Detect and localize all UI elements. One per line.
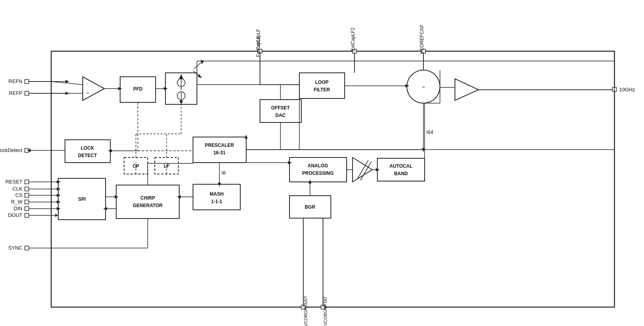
extcaplf-text: ExtCapLF [256,29,261,50]
mash-label1: MASH [210,191,223,197]
refn-label: REFN [9,78,22,84]
svg-rect-47 [25,246,29,250]
svg-rect-11 [260,100,301,122]
prescaler-to-mash-label: \8 [221,170,226,176]
svg-rect-10 [299,73,345,98]
cs-label: CS [15,192,22,198]
analog-proc-label2: PROCESSING [302,170,334,176]
vco-label: ~ [422,85,425,90]
refp-label: REFP [9,90,22,96]
reset-label: RESET [6,179,22,185]
offset-dac-label2: DAC [275,113,286,118]
lock-detect-label1: LOCK [81,145,94,151]
prescaler-label1: PRESCALER [205,143,234,148]
pfd-label: PFD [133,86,143,92]
prescaler-label2: 16-31 [213,150,226,156]
rw-label: R_W [11,199,23,205]
svg-rect-14 [65,140,110,163]
vcobgrptat-text: VCOBGRPTAT [323,296,328,326]
extcaplf2-text: ExtCapLF2 [350,28,356,51]
svg-rect-44 [25,213,29,217]
sync-label: SYNC [8,245,22,251]
freq-out-label: 10GHz [619,87,635,93]
loop-filter-label1: LOOP [315,80,328,85]
bgr-label: BGR [305,204,316,210]
lockdetect-label: LockDetect [0,147,22,153]
svg-marker-22 [353,157,372,182]
din-label: DIN [14,206,22,211]
vcobgrcnst-text: VCOBGRCNST [303,296,308,326]
svg-marker-136 [65,80,69,83]
analog-proc-label1: ANALOG [308,163,328,169]
vcorefcap-text: VCOREFCAP [419,25,425,54]
amp-minus-label: - [87,81,88,86]
chirp-gen-label2: GENERATOR [133,203,163,208]
svg-marker-8 [179,100,183,104]
autocal-label2: BAND [394,171,408,176]
clk-label: CLK [13,186,23,192]
dout-label: DOUT [8,212,22,218]
offset-dac-label1: OFFSET [271,105,290,111]
svg-marker-5 [179,74,183,79]
svg-rect-28 [25,80,29,83]
svg-marker-147 [200,60,204,64]
svg-rect-19 [116,185,179,219]
svg-marker-1 [83,77,104,100]
svg-rect-34 [25,180,29,184]
svg-marker-137 [65,92,69,95]
svg-marker-45 [55,214,58,217]
chirp-gen-label1: CHIRP [140,195,155,201]
autocal-label1: AUTOCAL [390,163,412,169]
lock-detect-label2: DETECT [78,153,97,158]
svg-rect-40 [25,200,29,204]
svg-rect-31 [25,91,29,95]
svg-rect-20 [193,184,240,210]
loop-filter-label2: FILTER [314,87,330,93]
block-diagram: - + PFD LOOP FILTER OFFSET DAC ~ LOCK DE… [0,0,644,326]
svg-rect-38 [25,193,29,197]
divider-64-label: \64 [426,129,433,135]
mash-label2: 1-1-1 [211,199,222,204]
spi-label: SPI [78,196,85,202]
svg-rect-25 [377,158,425,181]
svg-rect-36 [25,187,29,191]
svg-rect-42 [25,207,29,211]
svg-marker-13 [455,79,479,100]
amp-plus-label: + [87,91,89,95]
svg-rect-21 [290,157,347,182]
